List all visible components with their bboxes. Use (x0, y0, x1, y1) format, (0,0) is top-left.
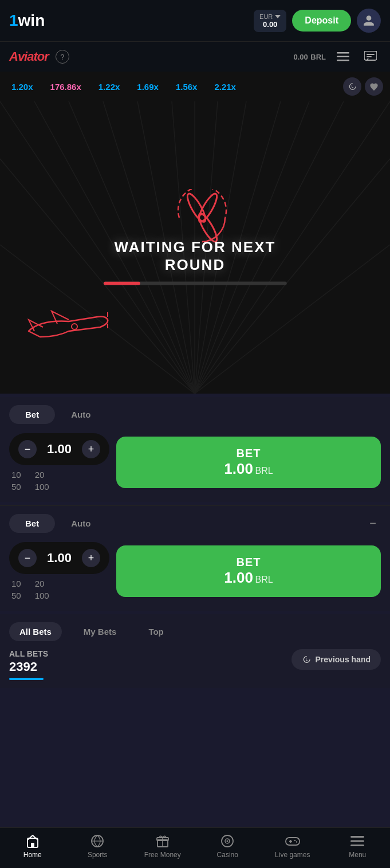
quick-100-1[interactable]: 100 (35, 482, 49, 492)
nav-casino[interactable]: Casino (195, 834, 261, 859)
bet-tabs-1: Bet Auto (9, 405, 381, 424)
menu-icon (350, 834, 365, 849)
bet-row-1: − 1.00 + 10 20 50 100 BET 1.00 BRL (9, 433, 381, 492)
svg-rect-3 (364, 51, 377, 60)
svg-rect-4 (367, 54, 375, 55)
svg-rect-46 (350, 836, 364, 838)
all-bets-tab[interactable]: All Bets (9, 622, 62, 641)
bet-panel-1: Bet Auto − 1.00 + 10 20 50 100 BET (0, 397, 390, 502)
bet-value-1: 1.00 (44, 442, 75, 457)
nav-menu[interactable]: Menu (325, 834, 391, 859)
multiplier-bar: 1.20x 176.86x 1.22x 1.69x 1.56x 2.21x (0, 72, 390, 101)
history-icon[interactable] (343, 77, 361, 96)
game-canvas: WAITING FOR NEXT ROUND (0, 101, 390, 394)
top-tab[interactable]: Top (138, 622, 174, 641)
quick-50-1[interactable]: 50 (11, 482, 21, 492)
mult-6[interactable]: 2.21x (210, 80, 241, 94)
decrease-bet-1[interactable]: − (18, 440, 37, 458)
waiting-headline: WAITING FOR NEXT ROUND (97, 238, 293, 274)
quick-50-2[interactable]: 50 (11, 591, 21, 600)
all-bets-info: ALL BETS 2392 (9, 649, 48, 680)
collapse-panel-2[interactable]: − (365, 517, 381, 530)
nav-sports-label: Sports (88, 851, 108, 859)
all-bets-label: ALL BETS (9, 649, 48, 658)
bet-amount-control-2: − 1.00 + (9, 542, 109, 574)
bet-label-1: BET (237, 447, 261, 460)
mult-5[interactable]: 1.56x (171, 80, 202, 94)
game-header: Aviator ? 0.00 BRL (0, 41, 390, 72)
nav-sports[interactable]: Sports (65, 834, 131, 859)
logo-win: win (18, 11, 45, 29)
bottom-nav: Home Sports Free Money Casino Live games… (0, 827, 390, 868)
bet-button-2[interactable]: BET 1.00 BRL (116, 545, 381, 597)
chat-icon[interactable] (360, 46, 381, 67)
logo-1: 1 (9, 11, 18, 29)
mult-3[interactable]: 1.22x (94, 80, 125, 94)
nav-free-money-label: Free Money (144, 851, 181, 859)
bet-row-2: − 1.00 + 10 20 50 100 BET 1.00 BRL (9, 542, 381, 600)
plane-icon (23, 300, 109, 348)
svg-point-45 (296, 841, 297, 842)
help-icon[interactable]: ? (56, 50, 69, 64)
count-bar (9, 678, 44, 680)
quick-10-2[interactable]: 10 (11, 579, 21, 588)
auto-tab-2[interactable]: Auto (55, 514, 107, 533)
svg-rect-32 (31, 843, 34, 847)
bet-amount-display-1: 1.00 BRL (224, 460, 273, 478)
quick-amounts-2: 10 20 50 100 (9, 579, 109, 600)
quick-10-1[interactable]: 10 (11, 470, 21, 480)
quick-amounts-1: 10 20 50 100 (9, 470, 109, 492)
svg-point-28 (72, 324, 77, 329)
logo: 1win (9, 11, 45, 30)
decrease-bet-2[interactable]: − (18, 549, 37, 567)
nav-home-label: Home (23, 851, 42, 859)
svg-rect-0 (337, 52, 349, 54)
mult-1[interactable]: 1.20x (7, 80, 38, 94)
sports-icon (90, 834, 105, 849)
svg-point-40 (227, 840, 229, 842)
nav-menu-label: Menu (349, 851, 366, 859)
increase-bet-1[interactable]: + (82, 440, 100, 458)
all-bets-count: 2392 (9, 659, 48, 674)
bet-amount-control-1: − 1.00 + (9, 433, 109, 465)
prev-hand-label: Previous hand (316, 655, 371, 664)
bets-info: ALL BETS 2392 Previous hand (9, 649, 381, 680)
mult-2[interactable]: 176.86x (46, 80, 86, 94)
nav-home[interactable]: Home (0, 834, 65, 859)
quick-20-1[interactable]: 20 (35, 470, 45, 480)
quick-100-2[interactable]: 100 (35, 591, 49, 600)
casino-icon (220, 834, 235, 849)
increase-bet-2[interactable]: + (82, 549, 100, 567)
user-avatar[interactable] (357, 9, 381, 33)
progress-fill (104, 282, 140, 285)
bet-amount-wrapper-2: − 1.00 + 10 20 50 100 (9, 542, 109, 600)
deposit-button[interactable]: Deposit (292, 10, 351, 32)
gamepad-icon (285, 834, 300, 849)
bet-tab-1[interactable]: Bet (9, 405, 55, 424)
nav-live-games-label: Live games (275, 851, 310, 859)
bet-panel-2: Bet Auto − − 1.00 + 10 20 50 100 BET (0, 505, 390, 611)
quick-20-2[interactable]: 20 (35, 579, 45, 588)
bet-button-1[interactable]: BET 1.00 BRL (116, 437, 381, 488)
header-amount: 0.00 (263, 20, 277, 29)
bet-tabs-2: Bet Auto − (9, 514, 381, 533)
bet-tab-2[interactable]: Bet (9, 514, 55, 533)
my-bets-tab[interactable]: My Bets (73, 622, 127, 641)
nav-free-money[interactable]: Free Money (130, 834, 195, 859)
currency-code: EUR (259, 13, 281, 20)
progress-bar (104, 282, 287, 285)
bet-value-2: 1.00 (44, 551, 75, 565)
svg-rect-2 (337, 60, 349, 61)
auto-tab-1[interactable]: Auto (55, 405, 107, 424)
svg-rect-1 (337, 56, 349, 58)
balance-display: 0.00 BRL (294, 52, 326, 62)
mult-controls (343, 77, 383, 96)
currency-selector[interactable]: EUR 0.00 (254, 10, 286, 32)
aviator-title: Aviator (9, 49, 49, 64)
prev-hand-button[interactable]: Previous hand (291, 649, 381, 670)
favorite-icon[interactable] (365, 77, 383, 96)
nav-live-games[interactable]: Live games (260, 834, 325, 859)
mult-4[interactable]: 1.69x (132, 80, 163, 94)
waiting-text: WAITING FOR NEXT ROUND (97, 238, 293, 285)
hamburger-icon[interactable] (333, 46, 353, 67)
